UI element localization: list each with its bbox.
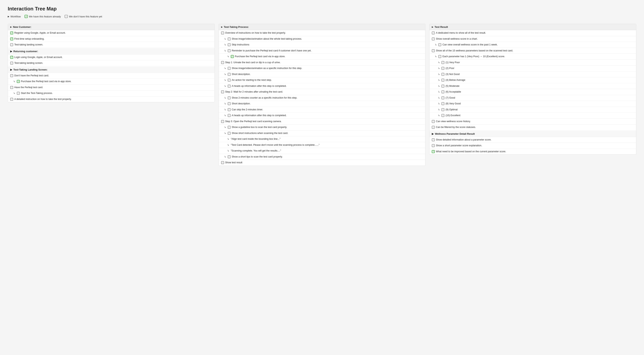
checkbox-unchecked-icon: ✓	[228, 79, 230, 81]
arrow-icon: ↳	[224, 114, 226, 117]
list-item: ✓Don't have the Perfeqt test card.	[8, 73, 214, 79]
item-text: Test-taking landing screen.	[14, 61, 43, 65]
checkbox-unchecked-icon: ✓	[432, 49, 435, 52]
checkbox-unchecked-icon: ✓	[228, 37, 230, 40]
item-text: Can skip the 2-minutes timer.	[232, 108, 263, 111]
list-item: ↳✓(10) Excellent	[430, 113, 636, 119]
list-item: ↳✓Short description.	[219, 101, 426, 107]
item-text: Show 2-minutes counter as a specific ins…	[232, 96, 297, 100]
arrow-icon: ↳	[227, 55, 229, 58]
list-item: ↳✓Can view overall wellness score in the…	[430, 42, 636, 48]
list-item: ↳✓(3) Not Good	[430, 71, 636, 77]
legend-bar: ▶ Workflow ✓ We have this feature alread…	[8, 15, 636, 18]
checkbox-unchecked-icon: ✓	[10, 74, 13, 77]
checkbox-unchecked-icon: ✓	[10, 86, 13, 89]
list-item: ↳✓Start the Test-Taking process.	[8, 90, 214, 96]
checkbox-unchecked-icon: ✓	[221, 161, 224, 164]
arrow-icon: ↳	[227, 137, 229, 141]
item-text: (4) Below Average	[446, 78, 465, 82]
arrow-icon: ↳	[224, 102, 226, 105]
list-item: ✓Test-taking landing screen.	[8, 42, 214, 48]
checkbox-unchecked-icon: ✓	[442, 108, 444, 111]
section-header-3-1: ▶Test Result	[430, 24, 636, 30]
list-item: ↳✓Purchase the Perfeqt test card via in-…	[8, 79, 214, 85]
section-play-icon: ▶	[432, 132, 434, 135]
checkbox-unchecked-icon: ✓	[228, 102, 230, 105]
item-text: Reminder to purchase the Perfeqt test ca…	[232, 49, 312, 52]
list-item: ↳✓(8) Very Good	[430, 101, 636, 107]
checkbox-unchecked-icon: ✓	[221, 90, 224, 93]
list-item: ✓Register using Google, Apple, or Email …	[8, 30, 214, 36]
list-item: ↳✓(6) Acceptable	[430, 89, 636, 95]
list-item: ✓Test-taking landing screen.	[8, 60, 214, 66]
arrow-icon: ↳	[224, 78, 226, 82]
list-item: ↳✓Short description.	[219, 71, 426, 77]
list-item: ↳✓Show image/video/animation about the w…	[219, 36, 426, 42]
list-item: ↳✓An action for starting to the next ste…	[219, 77, 426, 83]
list-item: ↳✓Reminder to purchase the Perfeqt test …	[219, 48, 426, 54]
checkbox-unchecked-icon: ✓	[432, 144, 435, 147]
checkbox-unchecked-icon: ✓	[228, 49, 230, 52]
arrow-icon: ↳	[227, 149, 229, 152]
item-text: An action for starting to the next step.	[232, 78, 272, 82]
checkbox-checked-icon: ✓	[231, 55, 234, 58]
item-text: What need to be improved based on the cu…	[436, 150, 506, 153]
arrow-icon: ↳	[438, 102, 440, 105]
item-text: (5) Moderate	[446, 84, 460, 88]
item-text: Show overall wellness score in a chart.	[436, 37, 478, 41]
list-item: ✓Show detailed information about a param…	[430, 137, 636, 143]
arrow-icon: ↳	[435, 55, 437, 58]
item-text: (10) Excellent	[446, 114, 460, 117]
item-text: Can view overall wellness score in the p…	[442, 43, 498, 46]
checkbox-checked-icon: ✓	[10, 31, 13, 34]
item-text: Don't have the Perfeqt test card.	[14, 74, 49, 77]
item-text: Show all of the 15 wellness parameters b…	[436, 49, 513, 52]
item-text: First-time setup onboarding.	[14, 37, 44, 41]
item-text: Step 2: Wait for 2 minutes after urinati…	[225, 90, 283, 94]
arrow-icon: ↳	[224, 96, 226, 99]
list-item: ↳✓Can skip the 2-minutes timer.	[219, 107, 426, 113]
section-header-1-1: ▶New Customer:	[8, 24, 214, 30]
section-play-icon: ▶	[221, 26, 223, 28]
item-text: Register using Google, Apple, or Email a…	[14, 31, 66, 35]
item-text: (8) Very Good	[446, 102, 460, 105]
item-text: Purchase the Perfeqt test card via in-ap…	[21, 80, 72, 83]
checkbox-unchecked-icon: ✓	[442, 61, 444, 64]
checkbox-unchecked-icon: ✓	[438, 55, 441, 58]
item-text: A detailed instruction on how to take th…	[14, 98, 72, 101]
item-text: (1) Very Poor	[446, 61, 460, 64]
section-play-icon: ▶	[10, 68, 12, 71]
list-item: ↳✓Purchase the Perfeqt test card via in-…	[219, 54, 426, 60]
item-text: (7) Good	[446, 96, 455, 100]
arrow-icon: ↳	[224, 132, 226, 135]
section-play-icon: ▶	[10, 26, 12, 28]
item-text: Show a short tips to scan the test card …	[232, 155, 283, 159]
checkbox-unchecked-icon: ✓	[442, 114, 444, 117]
list-item: ↳✓Show image/video/animation as a specif…	[219, 65, 426, 71]
section-title: Test-Taking Landing Screen:	[13, 68, 48, 71]
arrow-icon: ↳	[224, 49, 226, 52]
item-text: Short description.	[232, 73, 250, 76]
arrow-icon: ↳	[224, 126, 226, 129]
checkbox-checked-icon: ✓	[17, 80, 20, 83]
checkbox-unchecked-icon: ✓	[228, 155, 230, 158]
list-item: ↳✓(2) Poor	[430, 65, 636, 71]
list-item: ✓Step 1: Urinate the test card or dip in…	[219, 60, 426, 66]
column-1: ▶New Customer:✓Register using Google, Ap…	[8, 24, 215, 102]
checkbox-checked-icon: ✓	[432, 150, 435, 153]
list-item: ✓Show test result	[219, 160, 426, 166]
checkbox-unchecked-icon: ✓	[228, 132, 230, 135]
arrow-icon: ↳	[224, 37, 226, 40]
item-text: Show image/video/animation about the who…	[232, 37, 302, 41]
section-title: Wellness Parameter Detail Result	[435, 132, 475, 135]
checkbox-unchecked-icon: ✓	[10, 43, 13, 46]
arrow-icon: ↳	[224, 155, 226, 158]
item-text: A heads up information after this step i…	[232, 114, 287, 117]
item-text: Show detailed information about a parame…	[436, 138, 491, 142]
item-text: A dedicated menu to show all of the test…	[436, 31, 486, 35]
list-item: ✓Show overall wellness score in a chart.	[430, 36, 636, 42]
arrow-icon: ↳	[438, 67, 440, 70]
arrow-icon: ↳	[224, 73, 226, 76]
arrow-icon: ↳	[438, 96, 440, 99]
legend-workflow: ▶ Workflow	[8, 15, 21, 18]
